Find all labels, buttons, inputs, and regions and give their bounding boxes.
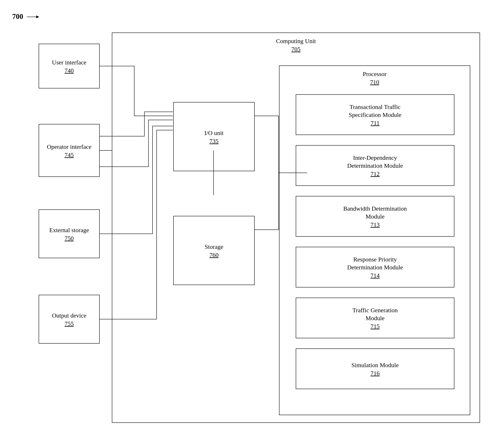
module-712-number: 712 [371, 170, 380, 177]
module-715-box: Traffic GenerationModule 715 [296, 298, 454, 338]
io-unit-number: 735 [210, 138, 219, 145]
processor-label: Processor [279, 70, 470, 78]
computing-unit-box: Computing Unit 705 I/O unit 735 Storage … [112, 33, 480, 423]
operator-interface-box: Operator interface 745 [39, 124, 100, 177]
module-714-box: Response PriorityDetermination Module 71… [296, 247, 454, 288]
diagram-container: 700 Computing Unit [12, 12, 492, 439]
external-storage-box: External storage 750 [39, 209, 100, 258]
storage-label: Storage [205, 243, 223, 251]
module-712-label: Inter-DependencyDetermination Module [347, 154, 403, 170]
module-713-number: 713 [371, 221, 380, 228]
module-716-number: 716 [371, 370, 380, 377]
module-716-label: Simulation Module [351, 361, 399, 369]
figure-number: 700 [12, 12, 23, 21]
io-unit-label: I/O unit [204, 129, 224, 137]
computing-unit-label: Computing Unit [112, 37, 480, 45]
module-714-number: 714 [371, 272, 380, 279]
output-device-box: Output device 755 [39, 295, 100, 343]
external-storage-label: External storage [49, 226, 89, 234]
module-716-box: Simulation Module 716 [296, 348, 454, 389]
io-unit-box: I/O unit 735 [173, 102, 255, 171]
processor-box: Processor 710 Transactional TrafficSpeci… [279, 66, 470, 415]
module-714-label: Response PriorityDetermination Module [347, 255, 403, 271]
external-storage-number: 750 [65, 235, 74, 242]
computing-unit-number: 705 [112, 46, 480, 53]
storage-box: Storage 760 [173, 216, 255, 285]
module-713-label: Bandwidth DeterminationModule [343, 205, 407, 220]
storage-number: 760 [210, 252, 219, 258]
module-713-box: Bandwidth DeterminationModule 713 [296, 196, 454, 237]
operator-interface-label: Operator interface [47, 143, 91, 151]
operator-interface-number: 745 [65, 152, 74, 158]
module-711-number: 711 [371, 120, 379, 126]
user-interface-number: 740 [65, 67, 74, 74]
user-interface-label: User interface [52, 58, 86, 66]
figure-label: 700 [12, 12, 39, 21]
module-715-label: Traffic GenerationModule [352, 306, 398, 322]
module-715-number: 715 [371, 323, 380, 330]
module-711-label: Transactional TrafficSpecification Modul… [349, 103, 401, 119]
user-interface-box: User interface 740 [39, 44, 100, 88]
module-712-box: Inter-DependencyDetermination Module 712 [296, 145, 454, 186]
processor-number: 710 [279, 79, 470, 86]
figure-arrow [27, 17, 39, 17]
output-device-label: Output device [52, 311, 86, 319]
module-711-box: Transactional TrafficSpecification Modul… [296, 94, 454, 135]
output-device-number: 755 [65, 320, 74, 327]
